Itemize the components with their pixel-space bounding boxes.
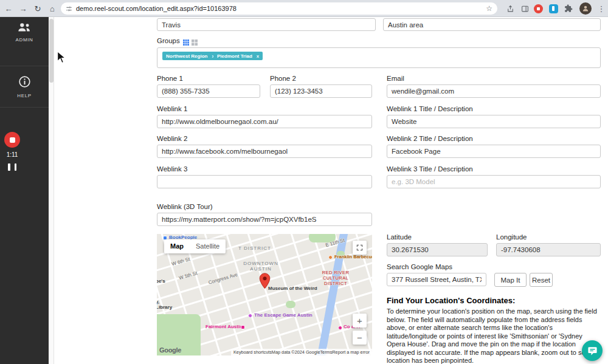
zoom-in-button[interactable]: + [353, 314, 367, 328]
groups-multiselect[interactable]: Northwest Region x Piedmont Triad x [157, 47, 601, 68]
sidebar-help-label: HELP [0, 93, 49, 98]
weblink2-label: Weblink 2 [157, 135, 187, 142]
weblink2-title-label: Weblink 2 Title / Description [387, 135, 473, 142]
map-location-pin[interactable] [259, 273, 271, 292]
weblink1-label: Weblink 1 [157, 105, 187, 112]
blue-extension-icon[interactable] [548, 3, 559, 14]
browser-menu-icon[interactable]: ⋮ [596, 2, 606, 15]
google-map[interactable]: BookPeople T DISTRICT W 6th St W 5th St … [157, 234, 372, 355]
map-label-library: y, Library [157, 299, 176, 310]
map-park [286, 301, 295, 308]
map-label-fairmont: Fairmont Austin [206, 324, 243, 329]
map-type-control: Map Satellite [164, 239, 226, 253]
report-map-error-link[interactable]: Report a map error [332, 349, 370, 355]
escape-game-poi-icon [248, 314, 252, 318]
admin-users-icon [17, 24, 32, 34]
map-label-red-river: RED RIVER CULTURAL DISTRICT [317, 270, 354, 286]
chat-bubble-icon [587, 346, 598, 356]
phone2-label: Phone 2 [270, 75, 296, 82]
weblink3-title-input[interactable] [387, 175, 601, 188]
weblink2-input[interactable] [157, 145, 372, 158]
longitude-input[interactable] [496, 243, 601, 256]
latitude-label: Latitude [387, 233, 412, 241]
hotel-poi-icon [338, 326, 342, 330]
map-label-joes: oe's [157, 278, 165, 284]
groups-list-view-icon[interactable] [192, 37, 198, 43]
mouse-cursor [57, 50, 67, 67]
group-chip[interactable]: Piedmont Triad x [213, 52, 263, 60]
map-label-franklin: Franklin Barbecue [334, 254, 372, 259]
sidebar-item-admin[interactable]: ADMIN [0, 22, 49, 43]
map-label-escape-game: The Escape Game Austin [254, 312, 313, 318]
address-bar[interactable]: demo.reel-scout.com/location_edit.aspx?i… [61, 2, 497, 15]
reset-button[interactable]: Reset [530, 273, 553, 287]
email-label: Email [387, 75, 404, 82]
fullscreen-button[interactable] [353, 241, 367, 255]
phone1-label: Phone 1 [157, 75, 183, 82]
url-text: demo.reel-scout.com/location_edit.aspx?i… [76, 5, 237, 12]
keyboard-shortcuts-link[interactable]: Keyboard shortcuts [233, 349, 272, 355]
info-icon [18, 80, 31, 90]
phone2-input[interactable] [270, 84, 372, 98]
terms-link[interactable]: Terms [320, 349, 332, 355]
recording-timer: 1:11 [0, 151, 24, 158]
weblink3-label: Weblink 3 [157, 165, 187, 173]
profile-avatar[interactable] [579, 2, 592, 15]
back-icon[interactable]: ← [2, 2, 15, 15]
coordinates-description: To determine your location's position on… [387, 307, 602, 364]
chip-label: Northwest Region [166, 53, 207, 59]
sidebar-item-help[interactable]: HELP [0, 75, 49, 98]
google-logo[interactable]: Google [159, 346, 181, 354]
record-extension-icon[interactable] [533, 3, 544, 14]
home-icon[interactable]: ⌂ [46, 2, 58, 15]
browser-toolbar: ← → ↻ ⌂ demo.reel-scout.com/location_edi… [0, 0, 608, 17]
map-type-map-button[interactable]: Map [164, 239, 190, 253]
forward-icon[interactable]: → [17, 2, 29, 15]
recording-pause-button[interactable] [8, 163, 16, 171]
map-it-button[interactable]: Map It [494, 273, 527, 287]
email-input[interactable] [387, 84, 601, 98]
map-label-downtown: DOWNTOWN AUSTIN [242, 261, 280, 272]
coordinates-heading: Find Your Location's Coordinates: [387, 296, 515, 305]
extensions-puzzle-icon[interactable] [563, 3, 574, 14]
weblink1-input[interactable] [157, 115, 372, 128]
search-maps-input[interactable] [387, 273, 486, 286]
weblink3d-label: Weblink (3D Tour) [157, 203, 213, 210]
groups-label: Groups [157, 37, 180, 44]
franklin-poi-icon [328, 255, 333, 259]
county-input[interactable] [157, 18, 376, 31]
map-label-district: T DISTRICT [238, 246, 271, 251]
longitude-label: Longitude [496, 233, 527, 241]
group-chip[interactable]: Northwest Region x [162, 52, 218, 60]
phone1-input[interactable] [157, 84, 260, 98]
weblink1-title-input[interactable] [387, 115, 601, 128]
search-maps-label: Search Google Maps [387, 263, 452, 270]
map-type-satellite-button[interactable]: Satellite [190, 239, 226, 253]
weblink2-title-input[interactable] [387, 145, 601, 158]
app-sidebar: ADMIN HELP 1:11 [0, 17, 49, 364]
reload-icon[interactable]: ↻ [32, 2, 44, 15]
weblink3d-input[interactable] [157, 213, 372, 226]
side-panel-icon[interactable] [519, 3, 530, 14]
chip-remove-icon[interactable]: x [257, 53, 259, 59]
latitude-input[interactable] [387, 243, 488, 256]
share-icon[interactable] [505, 3, 516, 14]
browser-window: ← → ↻ ⌂ demo.reel-scout.com/location_edi… [0, 0, 608, 364]
recording-stop-button[interactable] [4, 132, 20, 148]
sidebar-admin-label: ADMIN [0, 37, 49, 43]
chat-widget-button[interactable] [582, 340, 603, 361]
area-input[interactable] [383, 18, 601, 31]
fairmont-poi-icon [241, 325, 245, 329]
weblink3-title-label: Weblink 3 Title / Description [387, 165, 473, 173]
stop-icon [10, 137, 15, 143]
weblink1-title-label: Weblink 1 Title / Description [387, 105, 473, 112]
map-data-text: Map data ©2024 Google [272, 349, 320, 355]
zoom-out-button[interactable]: − [353, 331, 367, 345]
site-info-icon[interactable] [66, 5, 72, 12]
groups-grid-view-icon[interactable] [183, 37, 189, 43]
bookmark-star-icon[interactable]: ☆ [486, 4, 492, 13]
chip-label: Piedmont Triad [217, 53, 252, 59]
scrollbar-thumb[interactable] [49, 19, 54, 83]
map-label-museum: Museum of the Weird [268, 286, 317, 291]
weblink3-input[interactable] [157, 175, 372, 188]
